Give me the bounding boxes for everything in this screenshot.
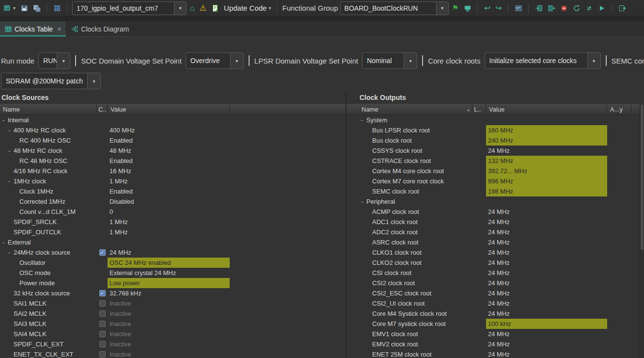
table-row[interactable]: CSI2 clock root24 MHz — [346, 278, 644, 288]
row-value-cell[interactable]: 24 MHz — [486, 268, 607, 278]
row-value-cell[interactable]: 24 MHz — [486, 227, 607, 237]
row-value-cell[interactable]: 1 MHz — [108, 176, 230, 186]
table-row[interactable]: Bus LPSR clock root160 MHz — [346, 125, 644, 135]
table-row[interactable]: Count v...d CLK_1M0 — [0, 207, 346, 217]
table-row[interactable]: -400 MHz RC clock400 MHz — [0, 125, 346, 135]
tree-collapse-icon[interactable]: - — [8, 178, 14, 185]
table-row[interactable]: CLKO2 clock root24 MHz — [346, 258, 644, 268]
row-value-cell[interactable]: Inactive — [108, 309, 230, 319]
row-value-cell[interactable]: 996 MHz — [486, 176, 607, 186]
table-row[interactable]: Cortex M4 core clock root392.72... MHz — [346, 166, 644, 176]
table-row[interactable]: -Peripheral — [346, 196, 644, 207]
table-row[interactable]: Power modeLow power — [0, 278, 346, 288]
table-row[interactable]: Clock 1MHzEnabled — [0, 186, 346, 196]
undo-button[interactable]: ↩ — [483, 3, 492, 13]
row-value-cell[interactable]: Disabled — [108, 196, 230, 207]
redo-button[interactable]: ↪ — [494, 3, 503, 13]
row-value-cell[interactable]: 1 MHz — [108, 217, 230, 227]
row-value-cell[interactable]: 24 MHz — [486, 217, 607, 227]
import-button[interactable] — [534, 3, 544, 13]
table-row[interactable]: ENET 25M clock root24 MHz — [346, 349, 644, 358]
table-row[interactable]: ADC1 clock root24 MHz — [346, 217, 644, 227]
row-value-cell[interactable]: 392.72... MHz — [486, 166, 607, 176]
enable-checkbox[interactable] — [99, 351, 106, 358]
scrollbar-thumb[interactable] — [641, 104, 644, 250]
row-value-cell[interactable]: 24 MHz — [486, 278, 607, 288]
export-button[interactable] — [546, 3, 557, 13]
table-row[interactable]: 32 kHz clock source✓32.768 kHz — [0, 288, 346, 298]
enable-checkbox[interactable] — [99, 300, 106, 307]
row-value-cell[interactable]: 24 MHz — [486, 207, 607, 217]
column-header-value[interactable]: Value — [486, 104, 607, 114]
update-code-button[interactable]: Update Code ▾ — [222, 3, 272, 13]
table-row[interactable]: SPDIF_CLK_EXTInactive — [0, 339, 346, 349]
tree-collapse-icon[interactable]: - — [8, 249, 14, 256]
row-value-cell[interactable]: External crystal 24 MHz — [108, 268, 230, 278]
row-value-cell[interactable]: 0 — [108, 207, 230, 217]
table-row[interactable]: Bus clock root240 MHz — [346, 135, 644, 146]
row-value-cell[interactable]: 24 MHz — [486, 146, 607, 156]
column-header-config[interactable]: C.. — [97, 104, 108, 114]
table-row[interactable]: EMV1 clock root24 MHz — [346, 329, 644, 339]
table-row[interactable]: SAI1 MCLKInactive — [0, 298, 346, 309]
table-row[interactable]: RC 400 MHz OSCEnabled — [0, 135, 346, 146]
enable-checkbox[interactable] — [99, 341, 106, 347]
table-row[interactable]: ASRC clock root24 MHz — [346, 237, 644, 247]
row-value-cell[interactable]: 48 MHz — [108, 146, 230, 156]
tree-collapse-icon[interactable]: - — [8, 147, 14, 154]
row-value-cell[interactable]: 24 MHz — [486, 349, 607, 358]
table-row[interactable]: -Internal — [0, 115, 346, 125]
table-row[interactable]: RC 48 MHz OSCEnabled — [0, 156, 346, 166]
row-value-cell[interactable]: Inactive — [108, 339, 230, 349]
close-icon[interactable]: × — [57, 25, 61, 33]
registers-button[interactable] — [52, 3, 63, 13]
delete-button[interactable] — [559, 3, 569, 13]
row-value-cell[interactable]: 24 MHz — [486, 298, 607, 309]
save-button[interactable] — [19, 3, 30, 13]
row-value-cell[interactable]: OSC 24 MHz enabled — [108, 258, 230, 268]
row-value-cell[interactable]: 100 kHz — [486, 319, 607, 329]
row-value-cell[interactable] — [486, 196, 607, 207]
table-row[interactable]: CSTRACE clock root132 MHz — [346, 156, 644, 166]
column-header-accuracy[interactable]: A...y — [607, 104, 631, 114]
table-row[interactable]: SPDIF_SRCLK1 MHz — [0, 217, 346, 227]
table-row[interactable]: Corrected 1MHzDisabled — [0, 196, 346, 207]
enable-checkbox[interactable] — [99, 310, 106, 317]
core-clock-roots-combo[interactable]: Initialize selected core clocks ▾ — [485, 52, 601, 69]
row-value-cell[interactable]: 132 MHz — [486, 156, 607, 166]
flag-button[interactable]: ⚑ — [451, 3, 460, 13]
column-header-lock[interactable]: L.. — [472, 104, 486, 114]
table-row[interactable]: CLKO1 clock root24 MHz — [346, 247, 644, 258]
pins-button[interactable] — [462, 3, 473, 13]
row-value-cell[interactable]: 32.768 kHz — [108, 288, 230, 298]
row-value-cell[interactable]: 24 MHz — [486, 288, 607, 298]
enable-checkbox[interactable]: ✓ — [99, 290, 106, 296]
table-row[interactable]: CSI2_UI clock root24 MHz — [346, 298, 644, 309]
configuration-combo[interactable]: 170_igpio_led_output_cm7 ▾ — [72, 1, 187, 15]
table-row[interactable]: -External — [0, 237, 346, 247]
refresh-button[interactable] — [571, 3, 582, 13]
tree-collapse-icon[interactable]: - — [2, 116, 8, 124]
row-value-cell[interactable]: Enabled — [108, 156, 230, 166]
table-row[interactable]: Core M7 systick clock root100 kHz — [346, 319, 644, 329]
table-row[interactable]: OscillatorOSC 24 MHz enabled — [0, 258, 346, 268]
tree-collapse-icon[interactable]: - — [361, 198, 366, 205]
row-value-cell[interactable]: 198 MHz — [486, 186, 607, 196]
lpsr-voltage-combo[interactable]: Nominal ▾ — [362, 52, 417, 69]
column-header-value[interactable]: Value — [108, 104, 230, 114]
row-value-cell[interactable]: Inactive — [108, 319, 230, 329]
table-row[interactable]: -48 MHz RC clock48 MHz — [0, 146, 346, 156]
row-value-cell[interactable]: 1 MHz — [108, 227, 230, 237]
enable-checkbox[interactable]: ✓ — [99, 249, 106, 256]
table-row[interactable]: Core M4 Systick clock root24 MHz — [346, 309, 644, 319]
table-row[interactable]: -System — [346, 115, 644, 125]
row-value-cell[interactable]: 24 MHz — [486, 247, 607, 258]
row-value-cell[interactable]: Inactive — [108, 298, 230, 309]
column-header-name[interactable]: Name ▴ — [346, 104, 472, 114]
row-value-cell[interactable]: Inactive — [108, 329, 230, 339]
enable-checkbox[interactable] — [99, 331, 106, 337]
table-row[interactable]: ADC2 clock root24 MHz — [346, 227, 644, 237]
row-value-cell[interactable]: 160 MHz — [486, 125, 607, 135]
table-row[interactable]: SEMC clock root198 MHz — [346, 186, 644, 196]
row-value-cell[interactable]: 24 MHz — [486, 329, 607, 339]
